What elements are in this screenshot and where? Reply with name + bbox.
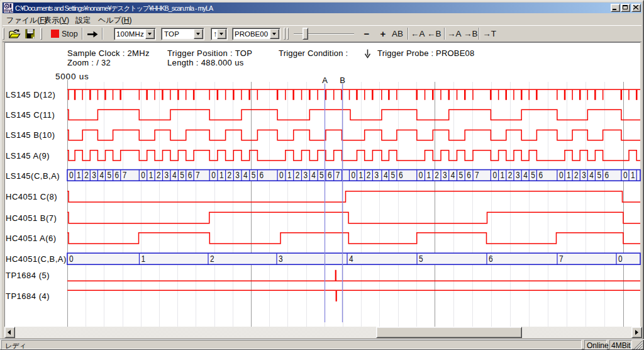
svg-text:2: 2 [157,170,161,180]
svg-text:myLA: myLA [4,8,14,13]
svg-text:Trigger Condition :: Trigger Condition : [279,48,348,58]
svg-text:LS145(C,B,A): LS145(C,B,A) [6,171,60,181]
svg-text:7: 7 [559,254,564,264]
svg-text:4: 4 [172,170,177,180]
svg-text:3: 3 [235,170,240,180]
svg-text:TP1684 (5): TP1684 (5) [6,271,50,280]
svg-text:4: 4 [589,170,594,180]
svg-text:5: 5 [459,170,464,180]
svg-text:0: 0 [211,170,216,180]
svg-text:4: 4 [349,254,353,264]
svg-text:6: 6 [605,170,609,180]
svg-text:1: 1 [149,170,153,180]
svg-text:3: 3 [516,170,520,180]
svg-text:5: 5 [252,170,256,180]
svg-text:1: 1 [142,254,146,264]
svg-text:4: 4 [243,170,248,180]
svg-text:HC4051(C,B,A): HC4051(C,B,A) [6,254,67,264]
svg-text:LS145 D(12): LS145 D(12) [6,90,55,99]
svg-text:A: A [322,76,328,85]
svg-text:2: 2 [435,170,439,180]
svg-text:6: 6 [115,170,119,180]
svg-text:5: 5 [180,170,184,180]
svg-text:0: 0 [559,170,564,180]
svg-text:1: 1 [359,170,364,180]
svg-text:1: 1 [219,170,224,180]
svg-text:LS145 B(10): LS145 B(10) [6,130,55,140]
svg-text:1: 1 [427,170,431,180]
svg-text:4: 4 [384,170,388,180]
svg-text:3: 3 [374,170,379,180]
svg-text:Sample Clock : 2MHz: Sample Clock : 2MHz [67,48,150,58]
svg-text:2: 2 [508,170,513,180]
svg-text:LS145 A(9): LS145 A(9) [6,151,50,161]
svg-text:0: 0 [69,170,74,180]
svg-text:0: 0 [279,170,284,180]
svg-text:3: 3 [304,170,308,180]
svg-text:6: 6 [489,254,493,264]
svg-text:1: 1 [287,170,292,180]
svg-text:7: 7 [196,170,200,180]
svg-text:5: 5 [531,170,535,180]
svg-text:4: 4 [99,170,104,180]
svg-text:Trigger Probe : PROBE08: Trigger Probe : PROBE08 [377,48,474,58]
svg-text:0: 0 [419,170,423,180]
svg-text:2: 2 [296,170,300,180]
svg-text:3: 3 [582,170,586,180]
svg-text:4: 4 [311,170,316,180]
svg-text:6: 6 [399,170,403,180]
svg-text:3: 3 [443,170,447,180]
svg-text:1: 1 [631,170,635,180]
svg-text:7: 7 [336,170,340,180]
svg-text:6: 6 [538,170,543,180]
svg-text:3: 3 [165,170,169,180]
svg-text:5: 5 [108,170,112,180]
svg-text:6: 6 [467,170,471,180]
svg-text:5: 5 [597,170,601,180]
svg-text:Length : 488.000 us: Length : 488.000 us [167,58,244,67]
svg-text:5: 5 [319,170,324,180]
svg-text:6: 6 [259,170,264,180]
svg-text:HC4051 B(7): HC4051 B(7) [6,213,57,223]
svg-text:5: 5 [391,170,395,180]
svg-text:2: 2 [228,170,232,180]
svg-text:3: 3 [279,254,283,264]
svg-text:0: 0 [69,254,74,264]
svg-text:3: 3 [92,170,96,180]
svg-text:0: 0 [141,170,145,180]
svg-text:B: B [340,76,345,85]
svg-text:LS145 C(11): LS145 C(11) [6,110,55,120]
svg-text:HC4051 C(8): HC4051 C(8) [6,192,57,201]
svg-text:2: 2 [210,254,214,264]
svg-text:6: 6 [328,170,332,180]
svg-text:2: 2 [84,170,89,180]
svg-text:Zoom : / 32: Zoom : / 32 [67,58,111,67]
svg-text:2: 2 [574,170,579,180]
svg-text:5000 us: 5000 us [55,72,89,81]
svg-text:6: 6 [188,170,192,180]
svg-text:1: 1 [567,170,571,180]
svg-text:4: 4 [523,170,528,180]
svg-text:HC4051 A(6): HC4051 A(6) [6,234,57,243]
svg-text:1: 1 [501,170,505,180]
svg-text:7: 7 [475,170,479,180]
svg-text:0: 0 [623,170,628,180]
svg-text:0: 0 [352,170,356,180]
svg-text:4: 4 [451,170,455,180]
svg-text:Trigger Position : TOP: Trigger Position : TOP [167,48,252,58]
svg-text:1: 1 [77,170,81,180]
svg-text:0: 0 [618,254,623,264]
svg-text:0: 0 [492,170,497,180]
svg-text:TP1684 (4): TP1684 (4) [6,291,50,301]
svg-text:2: 2 [367,170,371,180]
svg-text:5: 5 [419,254,423,264]
svg-text:7: 7 [123,170,127,180]
